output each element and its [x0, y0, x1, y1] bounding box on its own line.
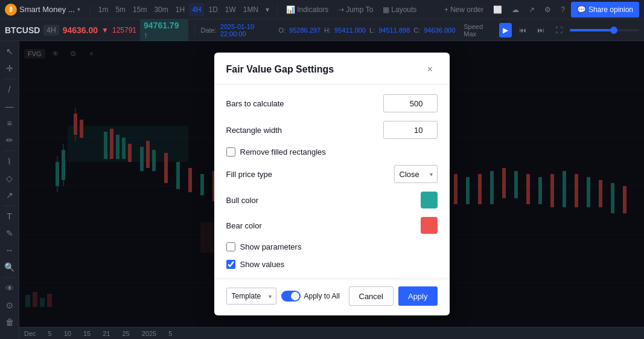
- brush-tool[interactable]: ✏: [2, 132, 18, 148]
- fullscreen-button[interactable]: ⛶: [552, 23, 566, 37]
- tf-4h[interactable]: 4H: [189, 3, 204, 16]
- sep-1: [90, 5, 91, 15]
- tf-5m[interactable]: 5m: [112, 3, 129, 16]
- tool-sep-4: [4, 277, 16, 278]
- jump-to-button[interactable]: ⇢ Jump To: [334, 2, 377, 17]
- indicators-button[interactable]: 📊 Indicators: [282, 2, 332, 17]
- modal-title: Fair Value Gap Settings: [226, 64, 334, 75]
- symbol-name[interactable]: BTCUSD: [5, 25, 40, 35]
- bear-color-swatch[interactable]: [421, 217, 438, 234]
- timeline-jan5: 5: [168, 330, 172, 337]
- tf-dropdown[interactable]: ▾: [263, 3, 272, 16]
- hline-tool[interactable]: —: [2, 98, 18, 114]
- jump-to-icon: ⇢: [338, 5, 344, 14]
- layouts-button[interactable]: ▦ Layouts: [379, 2, 420, 17]
- high-val: 95411.000: [334, 27, 366, 34]
- zoom-tool[interactable]: 🔍: [2, 259, 18, 275]
- timeline-dec: Dec: [24, 330, 36, 337]
- price-change: 94636.00: [63, 25, 98, 35]
- step-fwd-button[interactable]: ⏭: [534, 23, 548, 37]
- play-button[interactable]: ▶: [499, 23, 512, 37]
- app-logo[interactable]: ₿ Smart Money ... ▾: [5, 4, 80, 16]
- show-values-checkbox[interactable]: [226, 260, 235, 269]
- speed-label: Speed Max: [464, 23, 496, 37]
- measure-tool[interactable]: ↔: [2, 242, 18, 258]
- modal-header: Fair Value Gap Settings ×: [214, 53, 450, 85]
- note-tool[interactable]: ✎: [2, 225, 18, 241]
- trash-tool[interactable]: 🗑: [2, 314, 18, 330]
- sep-2: [277, 5, 278, 15]
- apply-to-all-label: Apply to All: [304, 292, 340, 300]
- apply-to-all-toggle-wrapper: Apply to All: [281, 291, 340, 302]
- screenshot-button[interactable]: ⬜: [489, 2, 506, 17]
- open-val: 95286.297: [289, 27, 320, 34]
- modal-close-button[interactable]: ×: [423, 62, 438, 77]
- timeframe-buttons: 1m 5m 15m 30m 1H 4H 1D 1W 1MN ▾: [95, 3, 272, 16]
- remove-filled-checkbox[interactable]: [226, 147, 235, 157]
- cancel-button[interactable]: Cancel: [349, 286, 394, 306]
- settings-button[interactable]: ⚙: [541, 2, 555, 17]
- share-opinion-button[interactable]: 💬 Share opinion: [571, 2, 639, 18]
- tf-1w[interactable]: 1W: [222, 3, 239, 16]
- eye-tool[interactable]: 👁: [2, 280, 18, 296]
- show-parameters-label[interactable]: Show parameters: [240, 242, 302, 251]
- bear-color-row: Bear color: [226, 217, 438, 234]
- apply-to-all-toggle[interactable]: [281, 291, 301, 302]
- step-back-button[interactable]: ⏮: [515, 23, 530, 37]
- bull-color-swatch[interactable]: [421, 192, 438, 208]
- symbol-timeframe[interactable]: 4H: [43, 25, 59, 36]
- change-val: 125791: [112, 26, 136, 34]
- channel-tool[interactable]: ≡: [2, 115, 18, 131]
- crosshair-tool[interactable]: ✛: [2, 60, 18, 76]
- tf-30m[interactable]: 30m: [151, 3, 171, 16]
- chart-area: FVG 👁 ⚙ ×: [19, 41, 644, 327]
- fib-tool[interactable]: ⌇: [2, 153, 18, 169]
- speed-thumb[interactable]: [610, 27, 617, 34]
- show-parameters-checkbox[interactable]: [226, 242, 235, 251]
- chat-icon: 💬: [577, 5, 586, 14]
- app-dropdown-icon[interactable]: ▾: [77, 6, 80, 13]
- footer-left: Template ▾ Apply to All: [226, 288, 340, 305]
- fill-price-select[interactable]: Close Open High Low: [394, 165, 438, 183]
- rect-width-input[interactable]: [383, 121, 438, 139]
- tf-1m[interactable]: 1m: [95, 3, 112, 16]
- new-order-icon: +: [444, 5, 448, 14]
- fill-price-label: Fill price type: [226, 170, 273, 179]
- ohlc-bar: Date: 2025-01-10 22:00:00 O: 95286.297 H…: [200, 23, 455, 37]
- magnet-tool[interactable]: ⊙: [2, 297, 18, 313]
- tf-1d[interactable]: 1D: [205, 3, 220, 16]
- app-title: Smart Money ...: [19, 5, 75, 14]
- indicators-chart-icon: 📊: [286, 5, 295, 14]
- tf-1h[interactable]: 1H: [173, 3, 188, 16]
- bars-input[interactable]: [383, 94, 438, 112]
- template-select[interactable]: Template: [226, 288, 276, 305]
- modal-body: Bars to calculate Rectangle width Remove…: [214, 85, 450, 279]
- forecast-tool[interactable]: ↗: [2, 187, 18, 203]
- bear-color-label: Bear color: [226, 221, 262, 230]
- show-values-label[interactable]: Show values: [240, 260, 285, 269]
- help-button[interactable]: ?: [557, 2, 569, 17]
- apply-button[interactable]: Apply: [398, 286, 438, 306]
- pattern-tool[interactable]: ◇: [2, 170, 18, 186]
- remove-filled-label[interactable]: Remove filled rectangles: [240, 147, 326, 157]
- share-button[interactable]: ↗: [525, 2, 538, 17]
- tf-15m[interactable]: 15m: [130, 3, 150, 16]
- tool-sep-2: [4, 150, 16, 151]
- cursor-tool[interactable]: ↖: [2, 44, 18, 59]
- bottom-timeline: Dec 5 10 15 21 25 2025 5: [19, 327, 644, 339]
- symbol-bar: BTCUSD 4H 94636.00 ▼ 125791 94761.79 ↑ D…: [0, 19, 644, 41]
- timeline-10: 10: [64, 330, 71, 337]
- change-arrow: ▼: [101, 26, 109, 34]
- bull-color-row: Bull color: [226, 192, 438, 208]
- timeline-25: 25: [122, 330, 129, 337]
- tool-sep-1: [4, 79, 16, 79]
- line-tool[interactable]: /: [2, 82, 18, 97]
- toggle-thumb: [291, 292, 299, 300]
- speed-slider[interactable]: [570, 29, 639, 31]
- new-order-button[interactable]: + New order: [441, 2, 487, 17]
- cloud-button[interactable]: ☁: [508, 2, 523, 17]
- text-tool[interactable]: T: [2, 208, 18, 224]
- logo-icon: ₿: [5, 4, 17, 16]
- tf-1mn[interactable]: 1MN: [240, 3, 261, 16]
- modal-footer: Template ▾ Apply to All Cancel Apply: [214, 279, 450, 315]
